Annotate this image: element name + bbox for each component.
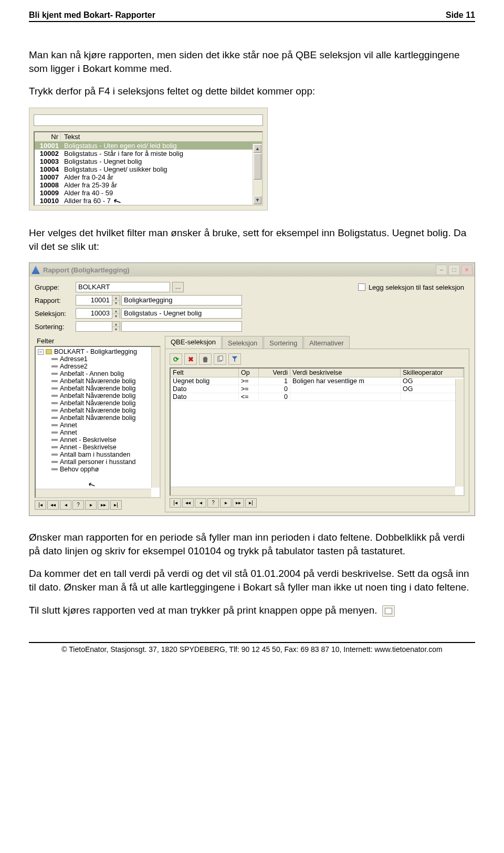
listbox[interactable]: Nr Tekst 10001Boligstatus - Uten egen ei… [34,131,263,206]
rapport-text-field[interactable]: Boligkartlegging [121,295,242,306]
field-icon [51,395,58,397]
grid-nav-nextpage-button[interactable]: ▸▸ [233,498,244,508]
grid-nav-first-button[interactable]: |◂ [170,498,181,508]
tree-item[interactable]: Adresse1 [37,355,160,363]
nav-first-button[interactable]: |◂ [35,500,46,510]
tab-seleksjon[interactable]: Seleksjon [222,336,263,349]
refresh-button[interactable]: ⟳ [170,353,182,365]
listbox-row[interactable]: 10007Alder fra 0-24 år [35,173,262,181]
cell-skille [401,393,464,401]
grid-hscrollbar[interactable] [171,487,455,495]
col-verdi[interactable]: Verdi [259,368,290,377]
tree-item-label: Annet [60,422,77,429]
tree-item[interactable]: Adresse2 [37,363,160,370]
listbox-header-tekst[interactable]: Tekst [61,132,262,141]
tab-sortering[interactable]: Sortering [264,336,303,349]
seleksjon-spinner[interactable]: ▲▼ [112,308,120,319]
tree-collapse-icon[interactable]: − [38,349,44,355]
grid-row[interactable]: Dato>=0OG [171,385,464,393]
listbox-row[interactable]: 10003Boligstatus - Uegnet bolig [35,157,262,165]
delete-button[interactable]: ✖ [184,353,197,365]
grid-nav-prevpage-button[interactable]: ◂◂ [182,498,194,508]
close-button[interactable]: × [461,265,472,275]
rapport-num-field[interactable]: 10001 [76,295,112,306]
nav-help-button[interactable]: ? [72,500,84,510]
qbe-grid[interactable]: Felt Op Verdi Verdi beskrivelse Skilleop… [170,367,465,496]
filter-button[interactable] [228,353,241,365]
fields-tree[interactable]: − BOLKART - Boligkartlegging Adresse1Adr… [35,346,161,498]
tree-item[interactable]: Behov opphø [37,466,160,473]
tree-item[interactable]: Anbefalt Nåværende bolig [37,414,160,422]
listbox-scrollbar[interactable]: ▲ ▼ [253,144,262,205]
paragraph-2: Trykk derfor på F4 i seleksjons feltet o… [29,85,475,98]
sortering-num-field[interactable] [76,321,112,332]
field-icon [51,365,58,367]
seleksjon-num-field[interactable]: 10003 [76,308,112,319]
listbox-cell-tekst: Boligstatus - Uegnet bolig [61,157,262,165]
seleksjon-text-field[interactable]: Boligstatus - Uegnet bolig [121,308,242,319]
grid-nav-help-button[interactable]: ? [207,498,219,508]
fast-seleksjon-checkbox[interactable] [358,283,365,291]
listbox-row[interactable]: 10004Boligstatus - Uegnet/ usikker bolig [35,165,262,173]
tree-item[interactable]: Anbefalt Nåværende bolig [37,392,160,399]
nav-last-button[interactable]: ▸| [110,500,122,510]
grid-nav-prev-button[interactable]: ◂ [195,498,206,508]
tree-item[interactable]: Antall personer i husstand [37,458,160,466]
grid-nav-last-button[interactable]: ▸| [245,498,257,508]
nav-prev-button[interactable]: ◂ [60,500,71,510]
copy-button[interactable] [214,353,226,365]
listbox-cell-tekst: Alder fra 25-39 år [61,181,262,189]
listbox-search-field[interactable] [34,114,263,126]
tree-item[interactable]: Anbefalt - Annen bolig [37,370,160,377]
scroll-down-icon[interactable]: ▼ [254,196,261,204]
nav-nextpage-button[interactable]: ▸▸ [98,500,109,510]
listbox-row[interactable]: 10010Allder fra 60 - 7 [35,197,262,205]
gruppe-browse-button[interactable]: … [172,282,184,292]
cell-op: >= [239,377,259,385]
tree-item[interactable]: Anbefalt Nåværende bolig [37,377,160,385]
tree-item[interactable]: Annet [37,429,160,436]
listbox-header-nr[interactable]: Nr [35,132,61,141]
col-op[interactable]: Op [239,368,259,377]
tab-qbe-seleksjon[interactable]: QBE-seleksjon [165,336,222,349]
nav-next-button[interactable]: ▸ [85,500,97,510]
grid-vscrollbar[interactable] [455,379,464,487]
tree-item-label: Annet - Beskrivelse [60,436,117,444]
maximize-button[interactable]: □ [448,265,460,275]
tree-item-label: Anbefalt Nåværende bolig [60,414,136,422]
tree-item[interactable]: Annet - Beskrivelse [37,436,160,444]
cell-verdi: 0 [259,393,290,401]
grid-row[interactable]: Uegnet bolig>=1Boligen har vesentlige mO… [171,377,464,385]
field-icon [51,431,58,434]
grid-nav-next-button[interactable]: ▸ [220,498,232,508]
scroll-up-icon[interactable]: ▲ [254,144,261,153]
tree-hscrollbar[interactable] [36,489,151,497]
tree-item[interactable]: Annet - Beskrivelse [37,444,160,451]
tree-item[interactable]: Anbefalt Nåværende bolig [37,385,160,392]
tab-alternativer[interactable]: Alternativer [303,336,350,349]
col-felt[interactable]: Felt [171,368,239,377]
tree-item-label: Anbefalt Nåværende bolig [60,385,136,392]
col-besk[interactable]: Verdi beskrivelse [290,368,401,377]
field-icon [51,409,58,412]
listbox-row[interactable]: 10002Boligstatus - Står i fare for å mis… [35,150,262,157]
gruppe-field[interactable]: BOLKART [76,282,170,292]
tree-item[interactable]: Anbefalt Nåværende bolig [37,407,160,414]
sortering-text-field[interactable] [121,321,242,332]
scroll-thumb[interactable] [254,153,261,180]
tree-item[interactable]: Anbefalt Nåværende bolig [37,399,160,407]
tree-item[interactable]: Annet [37,422,160,429]
rapport-spinner[interactable]: ▲▼ [112,295,120,306]
trash-button[interactable] [199,353,212,365]
sortering-spinner[interactable]: ▲▼ [112,321,120,332]
tree-item[interactable]: Antall barn i husstanden [37,451,160,458]
listbox-row[interactable]: 10008Alder fra 25-39 år [35,181,262,189]
listbox-row[interactable]: 10009Alder fra 40 - 59 [35,189,262,197]
listbox-row[interactable]: 10001Boligstatus - Uten egen eid/ leid b… [35,142,262,150]
col-skille[interactable]: Skilleoperator [401,368,464,377]
nav-prevpage-button[interactable]: ◂◂ [47,500,59,510]
grid-row[interactable]: Dato<=0 [171,393,464,401]
cell-verdi: 1 [259,377,290,385]
tree-vscrollbar[interactable] [151,347,160,488]
minimize-button[interactable]: – [436,265,447,275]
